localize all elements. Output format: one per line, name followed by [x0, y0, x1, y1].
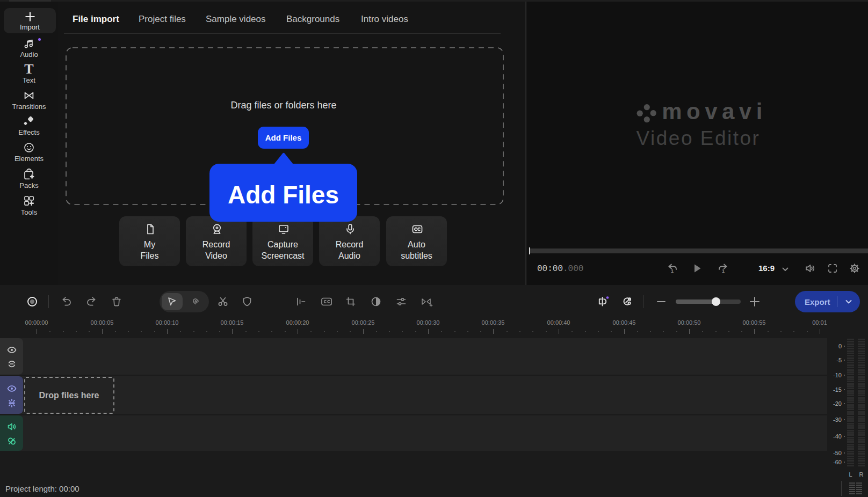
svg-text:T: T [24, 63, 33, 75]
svg-text:1: 1 [722, 268, 725, 274]
svg-text:1: 1 [671, 268, 674, 274]
